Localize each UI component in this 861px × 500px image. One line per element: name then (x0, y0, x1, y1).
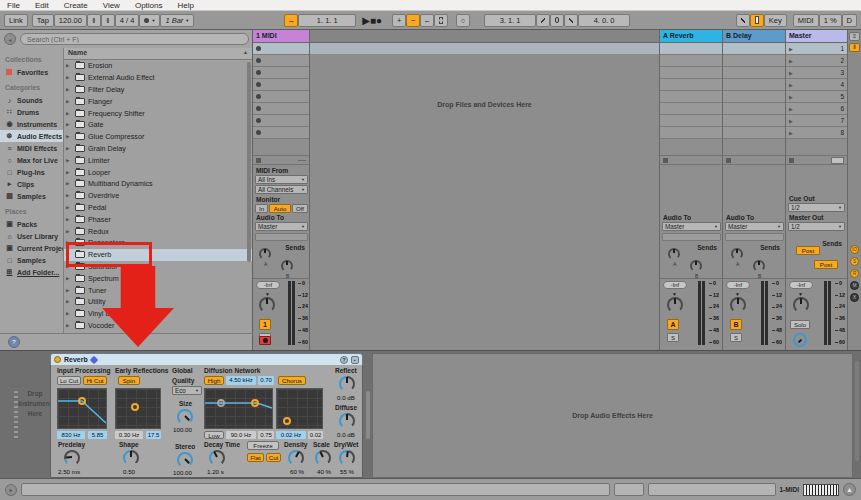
scene-slot[interactable]: ▶6 (786, 103, 847, 115)
scene-slot[interactable]: ▶1 (786, 43, 847, 55)
chorus-rate-value[interactable]: 0.02 Hz (276, 431, 306, 439)
sidebar-item-clips[interactable]: ▸Clips (0, 178, 63, 190)
clip-slot[interactable] (253, 43, 309, 55)
menu-options[interactable]: Options (135, 1, 163, 10)
clip-stop-row[interactable] (660, 155, 722, 165)
sidebar-item-samples[interactable]: ▤Samples (0, 190, 63, 202)
disclosure-icon[interactable]: ▶ (66, 205, 72, 210)
list-item[interactable]: ▶Redux (64, 225, 252, 237)
tap-tempo-button[interactable]: Tap (32, 14, 54, 27)
volume-field[interactable]: -Inf (789, 281, 813, 289)
arrangement-view-toggle[interactable]: ≡ (849, 32, 860, 41)
stop-all-clips-row[interactable] (786, 155, 847, 165)
lo-shelf-handle[interactable]: 1 (217, 399, 225, 407)
disclosure-icon[interactable]: ▶ (66, 63, 72, 68)
clip-slot[interactable] (660, 127, 722, 139)
clip-slot[interactable] (253, 115, 309, 127)
clip-stop-row[interactable] (723, 155, 785, 165)
clip-slot[interactable] (253, 103, 309, 115)
disclosure-icon[interactable]: ▶ (66, 323, 72, 328)
monitor-auto-button[interactable]: Auto (269, 204, 291, 213)
lo-shelf-freq-value[interactable]: 90.0 Hz (226, 431, 256, 439)
track-title[interactable]: B Delay (723, 30, 785, 43)
diffuse-value[interactable]: 0.0 dB (337, 431, 355, 438)
quality-select[interactable]: Eco▼ (172, 386, 202, 395)
menu-edit[interactable]: Edit (35, 1, 49, 10)
size-value[interactable]: 100.00 (173, 426, 192, 433)
loop-switch[interactable] (550, 14, 564, 27)
track-activator[interactable]: A (667, 319, 679, 330)
list-item[interactable]: ▶Looper (64, 166, 252, 178)
show-io-toggle[interactable]: IO (850, 245, 859, 254)
draw-mode-button[interactable] (736, 14, 750, 27)
session-drop-area[interactable]: Drop Files and Devices Here (310, 30, 660, 350)
shape-value[interactable]: 0.50 (123, 468, 135, 475)
scale-value[interactable]: 40 % (317, 468, 331, 475)
loop-start-field[interactable]: 3. 1. 1 (484, 14, 536, 27)
stereo-knob[interactable] (177, 452, 193, 468)
solo-cue-button[interactable]: Solo (790, 320, 810, 329)
link-button[interactable]: Link (4, 14, 28, 27)
hot-swap-icon[interactable] (89, 355, 97, 363)
list-item[interactable]: ▶Grain Delay (64, 143, 252, 155)
sidebar-item-user-library[interactable]: ⌂User Library (0, 230, 63, 242)
volume-knob[interactable] (730, 297, 746, 313)
help-icon[interactable]: ? (340, 356, 348, 364)
quantization-menu[interactable]: 1 Bar▼ (160, 14, 194, 27)
clip-slot[interactable] (723, 67, 785, 79)
info-view-toggle[interactable]: ? (8, 336, 20, 348)
list-item[interactable]: ▶Overdrive (64, 190, 252, 202)
disclosure-icon[interactable]: ▶ (66, 299, 72, 304)
show-sends-toggle[interactable]: S (850, 257, 859, 266)
volume-field[interactable]: -Inf (663, 281, 687, 289)
re-enable-automation-button[interactable]: ← (420, 14, 434, 27)
sidebar-item-audio-effects[interactable]: ⊗Audio Effects (0, 130, 63, 142)
drop-audio-effects-area[interactable]: Drop Audio Effects Here (372, 353, 853, 478)
device-activator[interactable] (54, 356, 61, 363)
freeze-button[interactable]: Freeze (247, 441, 279, 450)
clip-slot[interactable] (660, 103, 722, 115)
sidebar-item-favorites[interactable]: Favorites (0, 66, 63, 78)
track-title[interactable]: A Reverb (660, 30, 722, 43)
filter-handle[interactable] (78, 397, 86, 405)
lowcut-freq-value[interactable]: 830 Hz (57, 431, 85, 439)
hi-shelf-gain-value[interactable]: 0.70 (258, 376, 274, 385)
punch-in-icon[interactable] (536, 14, 550, 27)
loop-indicator[interactable]: ○ (456, 14, 470, 27)
punch-out-icon[interactable] (564, 14, 578, 27)
track-activator[interactable]: B (730, 319, 742, 330)
list-column-header[interactable]: Name▲ (64, 48, 252, 60)
lo-shelf-button[interactable]: Low (204, 431, 224, 439)
device-title-bar[interactable]: Reverb ? ▪ (50, 353, 363, 365)
disclosure-icon[interactable]: ▶ (66, 99, 72, 104)
monitor-in-button[interactable]: In (255, 204, 268, 213)
monitor-off-button[interactable]: Off (292, 204, 308, 213)
scene-slot[interactable]: ▶5 (786, 91, 847, 103)
list-item[interactable]: ▶Spectrum (64, 272, 252, 284)
lo-cut-button[interactable]: Lo Cut (57, 376, 81, 385)
play-button[interactable]: ▶ (362, 15, 370, 26)
send-b-knob[interactable] (690, 260, 702, 272)
master-out-select[interactable]: 1/2▼ (788, 222, 845, 231)
arm-button[interactable] (259, 336, 271, 345)
list-item[interactable]: ▶Limiter (64, 154, 252, 166)
new-button[interactable]: + (392, 14, 406, 27)
show-returns-toggle[interactable]: R (850, 269, 859, 278)
disclosure-icon[interactable]: ▶ (66, 181, 72, 186)
disclosure-icon[interactable]: ▶ (66, 146, 72, 151)
show-mixer-toggle[interactable]: M (850, 281, 859, 290)
density-value[interactable]: 60 % (290, 468, 304, 475)
volume-knob[interactable] (793, 297, 809, 313)
disclosure-icon[interactable]: ▶ (66, 75, 72, 80)
sidebar-item-instruments[interactable]: ◉Instruments (0, 118, 63, 130)
session-record-button[interactable] (434, 14, 448, 27)
disclosure-icon[interactable]: ▶ (66, 111, 72, 116)
lowcut-q-value[interactable]: 5.85 (88, 431, 107, 439)
quantize-menu[interactable]: ▼ (139, 14, 160, 27)
hi-cut-button[interactable]: Hi Cut (83, 376, 107, 385)
send-a-knob[interactable] (259, 248, 271, 260)
add-folder-link[interactable]: ⊞Add Folder... (0, 266, 63, 278)
hi-shelf-freq-value[interactable]: 4.50 kHz (226, 376, 256, 385)
record-button[interactable]: ● (376, 15, 382, 26)
list-item[interactable]: ▶External Audio Effect (64, 72, 252, 84)
